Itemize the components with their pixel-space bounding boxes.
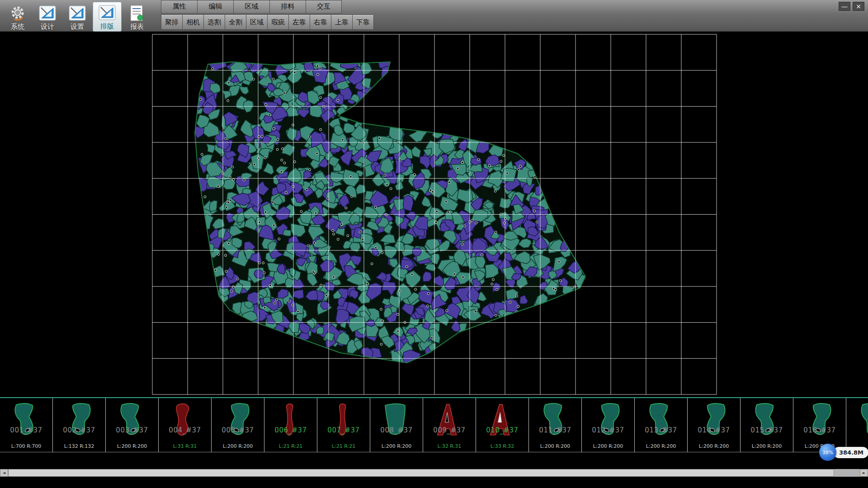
piece-thumbnail-5[interactable]: 005_#37L:200 R:200 bbox=[212, 398, 264, 452]
tool-button-1[interactable]: 相机 bbox=[182, 14, 203, 30]
piece-lr-label: L:132 R:132 bbox=[53, 443, 105, 449]
piece-shape bbox=[273, 399, 308, 442]
piece-thumbnail-1[interactable]: 001_#37L:700 R:700 bbox=[0, 398, 53, 452]
piece-thumbnail-8[interactable]: 008_#37L:200 R:200 bbox=[370, 398, 423, 452]
scrollbar-thumb[interactable] bbox=[8, 469, 834, 477]
horizontal-scrollbar[interactable]: ◄ ► bbox=[0, 469, 868, 477]
scroll-left-arrow[interactable]: ◄ bbox=[0, 469, 8, 477]
piece-name: 012_#37 bbox=[582, 426, 634, 434]
piece-name: 004_#37 bbox=[159, 426, 211, 434]
piece-name: 006_#37 bbox=[264, 426, 317, 434]
close-button[interactable]: × bbox=[853, 2, 864, 11]
gear-icon bbox=[8, 4, 27, 23]
minimize-button[interactable]: — bbox=[839, 2, 850, 11]
piece-lr-label: L:200 R:200 bbox=[106, 443, 158, 449]
nesting-canvas-svg[interactable] bbox=[0, 32, 868, 397]
piece-thumbnail-2[interactable]: 002_#37L:132 R:132 bbox=[53, 398, 106, 452]
piece-thumbnail-4[interactable]: 004_#37L:31 R:31 bbox=[159, 398, 212, 452]
piece-thumbnail-6[interactable]: 006_#37L:21 R:21 bbox=[264, 398, 317, 452]
piece-thumbnail-13[interactable]: 013_#37L:200 R:200 bbox=[635, 398, 688, 452]
piece-shape bbox=[9, 399, 44, 442]
tool-button-6[interactable]: 左靠 bbox=[288, 14, 310, 30]
tool-button-9[interactable]: 下靠 bbox=[352, 14, 374, 30]
piece-lr-label: L:200 R:200 bbox=[741, 443, 793, 449]
app-button-4[interactable]: 报表 bbox=[123, 2, 151, 32]
app-button-2[interactable]: 设置 bbox=[63, 2, 92, 32]
app-button-0[interactable]: 系统 bbox=[3, 2, 32, 32]
piece-lr-label: L:21 R:21 bbox=[264, 443, 317, 449]
scrollbar-track[interactable] bbox=[8, 469, 860, 477]
app-label: 系统 bbox=[11, 23, 24, 31]
piece-shape bbox=[696, 399, 731, 442]
tool-button-2[interactable]: 选割 bbox=[203, 14, 225, 30]
piece-name: 007_#37 bbox=[317, 426, 370, 434]
piece-shape bbox=[802, 399, 837, 442]
tool-button-3[interactable]: 全割 bbox=[225, 14, 246, 30]
piece-lr-label: L:200 R:200 bbox=[370, 443, 423, 449]
piece-lr-label: L:200 R:200 bbox=[688, 443, 740, 449]
piece-shape bbox=[167, 399, 203, 442]
piece-thumbnail-9[interactable]: 009_#37L:32 R:31 bbox=[423, 398, 476, 452]
tool-button-0[interactable]: 聚排 bbox=[161, 14, 182, 30]
menu-tab-2[interactable]: 区域 bbox=[233, 0, 269, 14]
piece-shape bbox=[590, 399, 626, 442]
menu-tab-4[interactable]: 交互 bbox=[306, 0, 342, 14]
scroll-right-arrow[interactable]: ► bbox=[860, 469, 868, 477]
piece-lr-label: L:200 R:200 bbox=[582, 443, 634, 449]
progress-circle: 38% bbox=[819, 444, 836, 461]
menu-tab-0[interactable]: 属性 bbox=[161, 0, 197, 14]
piece-lr-label: L:200 R:200 bbox=[635, 443, 687, 449]
menu-tab-1[interactable]: 编辑 bbox=[197, 0, 233, 14]
piece-shape bbox=[749, 399, 784, 442]
ribbon: 系统设计设置排版报表 属性编辑区域排料交互 聚排相机选割全割区域瑕疵左靠右靠上靠… bbox=[0, 0, 868, 32]
progress-badge: 38% 384.8M bbox=[819, 444, 868, 461]
ruler-icon bbox=[38, 4, 57, 23]
piece-shape bbox=[220, 399, 255, 442]
tool-button-4[interactable]: 区域 bbox=[246, 14, 267, 30]
piece-thumbnail-10[interactable]: 010_#37L:33 R:32 bbox=[476, 398, 529, 452]
piece-thumbnail-15[interactable]: 015_#37L:200 R:200 bbox=[741, 398, 793, 452]
piece-name: 003_#37 bbox=[106, 426, 158, 434]
tool-button-5[interactable]: 瑕疵 bbox=[267, 14, 288, 30]
piece-name: 010_#37 bbox=[476, 426, 528, 434]
piece-thumbnail-12[interactable]: 012_#37L:200 R:200 bbox=[582, 398, 635, 452]
piece-lr-label: L:32 R:31 bbox=[423, 443, 476, 449]
app-label: 设置 bbox=[71, 23, 84, 31]
ruler-icon bbox=[68, 4, 87, 23]
ruler-icon bbox=[98, 3, 117, 22]
piece-thumbnail-7[interactable]: 007_#37L:21 R:21 bbox=[317, 398, 370, 452]
piece-thumbnail-3[interactable]: 003_#37L:200 R:200 bbox=[106, 398, 159, 452]
piece-lr-label: L:700 R:700 bbox=[0, 443, 52, 449]
piece-thumbnail-11[interactable]: 011_#37L:200 R:200 bbox=[529, 398, 582, 452]
piece-name: 015_#37 bbox=[741, 426, 793, 434]
app-button-1[interactable]: 设计 bbox=[33, 2, 62, 32]
menu-tab-3[interactable]: 排料 bbox=[269, 0, 306, 14]
menu-area: 属性编辑区域排料交互 聚排相机选割全割区域瑕疵左靠右靠上靠下靠 bbox=[161, 0, 374, 31]
application-window: 系统设计设置排版报表 属性编辑区域排料交互 聚排相机选割全割区域瑕疵左靠右靠上靠… bbox=[0, 0, 868, 488]
app-button-3[interactable]: 排版 bbox=[93, 2, 122, 32]
piece-list: 001_#37L:700 R:700002_#37L:132 R:132003_… bbox=[0, 397, 868, 452]
piece-shape bbox=[432, 399, 467, 442]
piece-thumbnail-14[interactable]: 014_#37L:200 R:200 bbox=[688, 398, 741, 452]
piece-shape bbox=[643, 399, 679, 442]
piece-lr-label: L:200 R:200 bbox=[529, 443, 581, 449]
report-icon bbox=[127, 4, 146, 23]
piece-shape bbox=[61, 399, 97, 442]
memory-label: 384.8M bbox=[833, 447, 868, 458]
piece-lr-label: L:33 R:32 bbox=[476, 443, 528, 449]
piece-shape bbox=[379, 399, 414, 442]
tool-button-8[interactable]: 上靠 bbox=[331, 14, 352, 30]
nesting-canvas[interactable] bbox=[0, 32, 868, 397]
piece-name: 008_#37 bbox=[370, 426, 423, 434]
piece-name: 001_#37 bbox=[0, 426, 52, 434]
piece-name: 005_#37 bbox=[212, 426, 264, 434]
piece-shape bbox=[114, 399, 150, 442]
app-switcher: 系统设计设置排版报表 bbox=[0, 0, 155, 32]
piece-shape bbox=[485, 399, 520, 442]
app-label: 排版 bbox=[100, 22, 114, 30]
piece-name: 016_#37 bbox=[793, 426, 846, 434]
piece-lr-label: L:200 R:200 bbox=[212, 443, 264, 449]
piece-shape bbox=[538, 399, 573, 442]
tool-button-7[interactable]: 右靠 bbox=[310, 14, 331, 30]
piece-name: 009_#37 bbox=[423, 426, 476, 434]
